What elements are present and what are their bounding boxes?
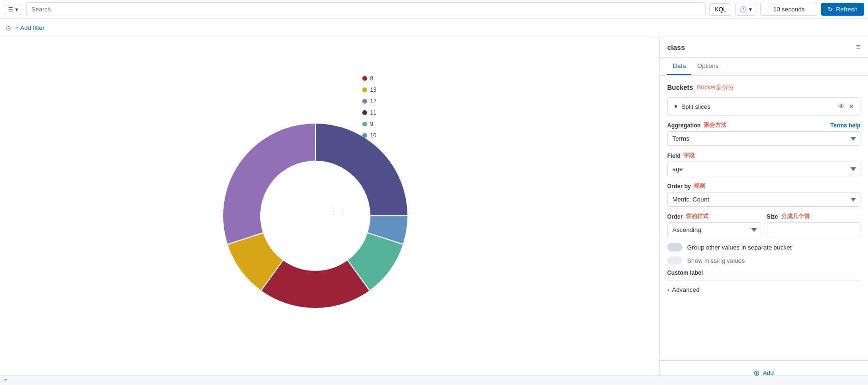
panel-title: class [667,43,685,51]
kql-button[interactable]: KQL [709,3,731,16]
split-slices-left: ▼ Split slices [673,103,710,110]
order-by-field-row: Order by 规则 Metric: Count [667,182,860,207]
split-slices-actions: 👁 ✕ [838,103,854,110]
order-select[interactable]: Ascending [667,222,761,237]
field-annotation: 字段 [683,152,695,160]
size-input[interactable]: 6 [767,222,861,237]
add-filter-button[interactable]: + Add filter [15,24,45,31]
legend-item-10: 10 [362,132,376,139]
eye-icon[interactable]: 👁 [838,103,845,110]
legend-item-12: 12 [362,98,376,105]
size-field-row: Size 分成几个饼 6 [767,212,861,237]
drag-handle[interactable]: ⋮⋮ [330,206,450,216]
chart-area: 8 13 12 11 9 10 [0,37,659,385]
tab-options[interactable]: Options [691,58,724,75]
chevron-down-icon: ▼ [673,104,679,109]
panel-header: class ≡ [660,37,868,58]
main-content: 8 13 12 11 9 10 [0,37,868,385]
chevron-right-icon: › [667,286,669,293]
filter-bar: ⊙ + Add filter [0,19,868,37]
size-label: Size 分成几个饼 [767,212,861,221]
field-field-row: Field 字段 age [667,152,860,176]
aggregation-label: Aggregation 聚合方法 Terms help [667,121,860,129]
filter-icon: ⊙ [6,24,11,32]
right-panel: class ≡ Data Options Buckets Bucket是拆分 ▼… [659,37,868,385]
top-bar: ☰ ▾ KQL 🕐 ▾ 10 seconds ↻ Refresh [0,0,868,19]
legend-item-11: 11 [362,109,376,116]
field-select[interactable]: age [667,162,860,176]
order-by-select[interactable]: Metric: Count [667,192,860,207]
chevron-down-icon: ▾ [15,6,18,13]
close-icon[interactable]: ✕ [849,103,854,110]
show-missing-label: Show missing values [687,257,745,264]
buckets-title: Buckets [667,84,693,91]
panel-body: Buckets Bucket是拆分 ▼ Split slices 👁 ✕ Agg… [660,76,868,307]
aggregation-field-row: Aggregation 聚合方法 Terms help Terms [667,121,860,146]
field-label: Field 字段 [667,152,860,160]
aggregation-select[interactable]: Terms [667,131,860,146]
chevron-down-icon: ▾ [749,6,752,13]
refresh-icon: ↻ [828,6,833,13]
advanced-section: › Advanced [667,280,860,299]
advanced-toggle[interactable]: › Advanced [667,286,860,293]
show-missing-toggle-row: Show missing values [667,256,860,265]
order-by-annotation: 规则 [694,182,705,190]
terms-help-link[interactable]: Terms help [830,122,860,129]
buckets-header: Buckets Bucket是拆分 [667,83,860,92]
legend-container: 8 13 12 11 9 10 [362,75,376,142]
custom-label-label: Custom label [667,270,860,276]
bottom-bar: ≡ [0,375,868,385]
split-slices-row: ▼ Split slices 👁 ✕ [667,97,860,116]
search-input[interactable] [26,2,706,16]
index-selector[interactable]: ☰ ▾ [4,4,22,15]
group-other-toggle-row: Group other values in separate bucket [667,243,860,251]
collapse-button[interactable]: ≡ [4,377,7,384]
clock-icon: 🕐 [739,6,747,13]
show-missing-toggle[interactable] [667,256,682,265]
order-by-label: Order by 规则 [667,182,860,190]
group-other-toggle[interactable] [667,243,682,251]
panel-menu-icon[interactable]: ≡ [856,43,860,51]
legend-item-8: 8 [362,75,376,82]
time-range-button[interactable]: 10 seconds [760,3,817,16]
clock-selector[interactable]: 🕐 ▾ [735,3,756,16]
order-annotation: 饼的样式 [686,212,708,221]
group-other-label: Group other values in separate bucket [687,244,792,251]
tab-data[interactable]: Data [667,58,691,75]
legend-item-13: 13 [362,87,376,93]
size-annotation: 分成几个饼 [781,212,810,221]
order-size-row: Order 饼的样式 Ascending Size 分成几个饼 6 [667,212,860,237]
legend-item-9: 9 [362,121,376,127]
split-slices-label: Split slices [681,103,710,110]
custom-label-section: Custom label [667,270,860,276]
aggregation-annotation: 聚合方法 [704,121,726,129]
panel-tabs: Data Options [660,58,868,76]
order-field-row: Order 饼的样式 Ascending [667,212,761,237]
order-label: Order 饼的样式 [667,212,761,221]
buckets-annotation: Bucket是拆分 [697,83,734,92]
index-icon: ☰ [8,6,13,13]
refresh-button[interactable]: ↻ Refresh [821,3,864,16]
